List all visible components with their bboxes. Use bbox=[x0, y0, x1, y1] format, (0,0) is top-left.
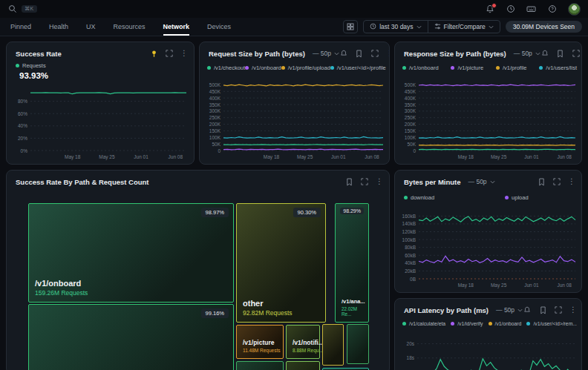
treemap-box[interactable] bbox=[236, 361, 284, 370]
history-clock-icon[interactable] bbox=[506, 4, 515, 14]
svg-text:60kB: 60kB bbox=[405, 253, 416, 258]
expand-icon[interactable] bbox=[360, 177, 369, 186]
request-count: 11.48M Requests bbox=[243, 348, 280, 353]
legend-item[interactable]: /v1/users/list bbox=[539, 65, 577, 71]
svg-text:300K: 300K bbox=[405, 108, 416, 113]
path-name: /v1/notifi... bbox=[293, 339, 324, 346]
filter-compare-button[interactable]: Filter/Compare bbox=[428, 21, 500, 33]
response-size-chart[interactable]: 050K100K150K200K250K300K350K400K450K500K… bbox=[398, 78, 580, 161]
pin-icon[interactable] bbox=[149, 49, 158, 58]
percentile-dropdown[interactable]: — 50p bbox=[313, 50, 339, 57]
expand-icon[interactable] bbox=[572, 49, 581, 58]
treemap-box[interactable]: /v1/notifi...8.88M Requ... bbox=[286, 325, 320, 359]
kebab-menu-icon[interactable]: ⋮ bbox=[569, 306, 577, 314]
time-range-selector[interactable]: last 30 days bbox=[364, 21, 427, 33]
legend-item[interactable]: /v1/profile/upload bbox=[281, 65, 330, 71]
kebab-menu-icon[interactable]: ⋮ bbox=[180, 50, 188, 57]
kebab-menu-icon[interactable]: ⋮ bbox=[568, 178, 575, 185]
bookmark-icon[interactable] bbox=[538, 305, 547, 314]
help-icon[interactable] bbox=[547, 4, 557, 14]
success-rate-chart[interactable]: 0%20%40%60%80%May 18May 25Jun 01Jun 08 bbox=[11, 85, 191, 161]
legend-item[interactable]: /v1/profile bbox=[496, 65, 527, 71]
bookmark-icon[interactable] bbox=[537, 177, 546, 186]
devices-seen-pill[interactable]: 30.09M Devices Seen bbox=[506, 21, 582, 33]
notifications-bell-icon[interactable] bbox=[485, 4, 494, 14]
legend-dot bbox=[526, 322, 530, 326]
chart-legend: /v1/checkout/v1/onboard/v1/profile/uploa… bbox=[207, 65, 385, 71]
api-latency-chart[interactable]: 12s14s16s18s20s bbox=[398, 333, 580, 370]
legend-item[interactable]: /v1/user/<id>/rem... bbox=[526, 321, 577, 326]
legend-dot bbox=[404, 196, 408, 199]
treemap-label: /v1/notifi...8.88M Requ... bbox=[293, 339, 324, 353]
percentile-dropdown[interactable]: — 50p bbox=[514, 50, 540, 57]
svg-text:40kB: 40kB bbox=[405, 260, 416, 265]
path-name: /v1/picture bbox=[243, 339, 280, 346]
svg-text:140kB: 140kB bbox=[402, 221, 416, 226]
search-icon[interactable] bbox=[7, 4, 17, 14]
svg-text:Jun 08: Jun 08 bbox=[365, 154, 379, 159]
bookmark-icon[interactable] bbox=[556, 49, 565, 58]
svg-text:200K: 200K bbox=[405, 122, 416, 127]
treemap-box[interactable] bbox=[347, 324, 369, 364]
chevron-down-icon bbox=[490, 178, 495, 185]
bookmark-icon[interactable] bbox=[344, 177, 353, 186]
percentile-dropdown[interactable]: — 50p bbox=[496, 306, 523, 314]
svg-text:250K: 250K bbox=[405, 115, 416, 120]
treemap-box[interactable]: 98.29%/v1/ana...22.02M Re... bbox=[335, 203, 369, 323]
user-avatar[interactable] bbox=[568, 3, 581, 16]
expand-icon[interactable] bbox=[370, 49, 379, 58]
treemap-box[interactable] bbox=[322, 324, 344, 366]
treemap-box[interactable] bbox=[286, 361, 320, 370]
legend-item[interactable]: /v1/user/<id>/profile bbox=[330, 65, 386, 71]
tab-ux[interactable]: UX bbox=[86, 18, 96, 36]
legend-item[interactable]: /v1/checkout bbox=[207, 65, 245, 71]
notification-badge bbox=[491, 3, 497, 8]
legend-item[interactable]: download bbox=[404, 194, 434, 201]
panel-title: Success Rate bbox=[16, 50, 62, 58]
svg-text:Jun 08: Jun 08 bbox=[169, 154, 183, 159]
tab-network[interactable]: Network bbox=[163, 18, 190, 36]
svg-text:20%: 20% bbox=[18, 136, 27, 141]
treemap-box[interactable]: 98.97%/v1/onboard159.26M Requests bbox=[28, 203, 234, 303]
legend-item[interactable]: Requests bbox=[16, 62, 46, 69]
legend-item[interactable]: /v1/picture bbox=[451, 65, 483, 71]
keyboard-shortcuts-icon[interactable] bbox=[526, 4, 536, 14]
kebab-menu-icon[interactable]: ⋮ bbox=[376, 178, 383, 185]
request-count: 8.88M Requ... bbox=[293, 348, 324, 353]
kebab-menu-icon[interactable]: ⋮ bbox=[386, 50, 390, 57]
treemap-label: other92.82M Requests bbox=[243, 299, 293, 317]
tab-health[interactable]: Health bbox=[49, 18, 68, 36]
percentile-dropdown[interactable]: — 50p bbox=[468, 178, 495, 185]
legend-item[interactable]: /v1/calculate/eta bbox=[402, 321, 445, 326]
legend-item[interactable]: /v1/onboard bbox=[245, 65, 281, 71]
expand-icon[interactable] bbox=[165, 49, 174, 58]
alert-bell-icon[interactable] bbox=[540, 49, 549, 58]
svg-text:60%: 60% bbox=[18, 111, 27, 116]
bookmark-icon[interactable] bbox=[355, 49, 364, 58]
treemap-box[interactable]: 99.16%/ping bbox=[28, 304, 234, 370]
legend-item[interactable]: upload bbox=[505, 194, 529, 201]
bytes-per-minute-chart[interactable]: 0B20kB40kB60kB80kB100kB120kB140kB160kBMa… bbox=[398, 208, 580, 289]
layout-grid-button[interactable] bbox=[343, 20, 358, 33]
alert-bell-icon[interactable] bbox=[339, 49, 348, 58]
tab-pinned[interactable]: Pinned bbox=[10, 18, 31, 36]
legend-item[interactable]: /v1/onboard bbox=[402, 65, 439, 71]
global-search[interactable]: ⌘K bbox=[7, 4, 37, 14]
chart-canvas: 050K100K150K200K250K300K350K400K450K500K… bbox=[398, 78, 580, 161]
time-range-label: last 30 days bbox=[379, 23, 413, 30]
tab-devices[interactable]: Devices bbox=[207, 18, 231, 36]
alert-bell-icon[interactable] bbox=[523, 305, 532, 314]
treemap-box[interactable]: /v1/picture11.48M Requests bbox=[236, 325, 284, 359]
svg-text:100K: 100K bbox=[209, 135, 221, 140]
panel-api-latency: API Latency by Path (ms) — 50p ⋮ /v1/cal… bbox=[394, 298, 582, 370]
search-shortcut-kbd: ⌘K bbox=[22, 5, 37, 13]
expand-icon[interactable] bbox=[554, 305, 563, 314]
svg-text:May 25: May 25 bbox=[99, 154, 115, 160]
svg-text:400K: 400K bbox=[209, 96, 221, 101]
tab-resources[interactable]: Resources bbox=[114, 18, 146, 36]
legend-item[interactable]: /v1/id/verify bbox=[451, 321, 483, 326]
request-size-chart[interactable]: 050K100K150K200K250K300K350K400K450K500K… bbox=[203, 78, 388, 161]
expand-icon[interactable] bbox=[552, 177, 561, 186]
treemap-box[interactable]: 90.30%other92.82M Requests bbox=[236, 203, 326, 323]
legend-item[interactable]: /v1/onboard bbox=[489, 321, 522, 326]
